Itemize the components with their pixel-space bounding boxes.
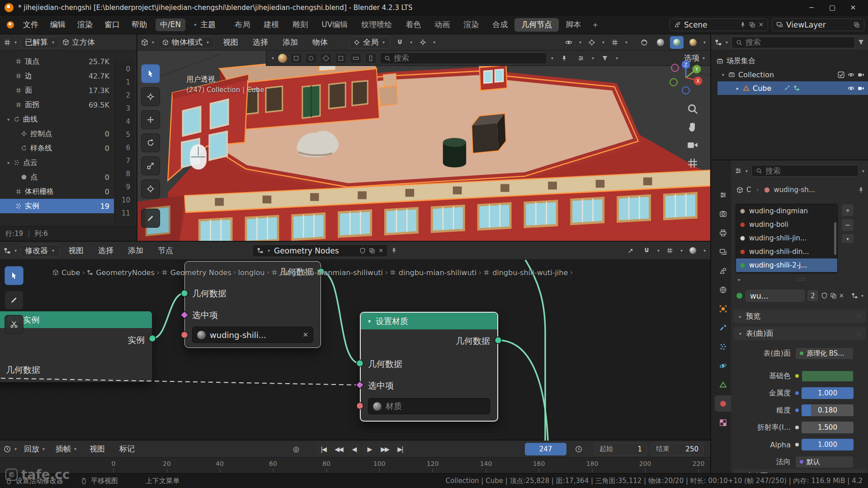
workspace-tab[interactable]: UV编辑 <box>315 18 354 32</box>
tab-output[interactable] <box>715 225 731 241</box>
spreadsheet-tree-row[interactable]: 边42.7K <box>0 69 114 83</box>
menu-item[interactable]: 帮助 <box>126 15 153 34</box>
breadcrumb-item[interactable]: dingbu-mian-shiliwuti <box>390 268 476 277</box>
panel-surface[interactable]: ▾表(曲)面∷ <box>734 327 866 340</box>
material-select-field[interactable]: wuding-shili... ✕ <box>192 327 313 343</box>
properties-editor-icon[interactable] <box>735 167 742 174</box>
properties-search-input[interactable]: 搜索 <box>751 165 859 177</box>
scale-tool-button[interactable] <box>141 156 160 175</box>
pin-icon[interactable] <box>391 247 397 254</box>
shading-material-button-active[interactable] <box>670 36 684 49</box>
keyframe-dot-icon[interactable] <box>795 426 799 429</box>
parent-tree-button[interactable]: ↗ <box>624 244 637 257</box>
preview-shading-button[interactable] <box>686 244 700 257</box>
view-layer-selector[interactable]: ViewLayer <box>772 19 864 31</box>
node-menu-item[interactable]: 选择 <box>92 242 119 259</box>
checkbox-icon[interactable] <box>838 71 844 78</box>
shading-solid-button[interactable] <box>654 36 667 49</box>
material-slot-selected[interactable]: wuding-shili-2-j... <box>736 258 837 272</box>
remove-slot-button[interactable]: − <box>841 219 854 231</box>
ortho-grid-icon[interactable] <box>687 157 698 169</box>
playback-menu[interactable]: 回放▾ <box>20 444 49 454</box>
autokey-button[interactable]: ◎ <box>293 445 299 453</box>
fake-user-shield-icon[interactable] <box>821 292 828 299</box>
hand-pan-icon[interactable] <box>687 121 698 133</box>
node-menu-item[interactable]: 添加 <box>122 242 149 259</box>
slot-specials-button[interactable]: ▾ <box>841 234 854 244</box>
material-name-field[interactable]: wu... <box>745 290 805 302</box>
scrollbar[interactable] <box>834 222 836 255</box>
breadcrumb-item[interactable]: Cube <box>52 268 80 277</box>
menu-item[interactable]: 渲染 <box>71 15 99 34</box>
spreadsheet-tree-row[interactable]: 面17.3K <box>0 83 114 98</box>
tab-render[interactable] <box>715 206 731 222</box>
next-keyframe-button[interactable]: ▶▶ <box>378 443 392 455</box>
select-mode-icon[interactable] <box>320 53 332 64</box>
cursor-tool-button[interactable] <box>141 87 160 106</box>
workspace-tab[interactable]: 纹理喷绘 <box>354 18 399 32</box>
app-menu-button[interactable] <box>4 19 17 31</box>
material-slot[interactable]: wuding-shili-din... <box>736 245 837 258</box>
timeline-menu-item[interactable]: 视图 <box>84 441 111 457</box>
keyframe-dot-icon[interactable] <box>795 443 799 446</box>
minimize-button[interactable]: ─ <box>801 4 822 12</box>
zoom-icon[interactable] <box>687 103 698 115</box>
filter-icon[interactable] <box>858 39 864 46</box>
close-button[interactable]: ✕ <box>843 4 863 12</box>
tab-world[interactable] <box>715 282 731 298</box>
breadcrumb-object[interactable]: C <box>746 186 751 194</box>
pin-icon[interactable] <box>740 22 746 28</box>
filter-button[interactable] <box>598 52 612 64</box>
copy-icon[interactable] <box>854 22 860 28</box>
copy-icon[interactable] <box>749 22 755 28</box>
tab-particles[interactable] <box>715 338 731 355</box>
normal-input-button[interactable]: 默认 <box>795 456 854 468</box>
jump-to-end-button[interactable]: ▶| <box>393 443 407 455</box>
transform-tool-button[interactable] <box>141 179 160 198</box>
spreadsheet-tree-section[interactable]: ▾点云 <box>0 155 114 170</box>
unlink-icon[interactable]: ✕ <box>378 247 383 254</box>
frame-start-field[interactable]: 起始1 <box>594 443 647 455</box>
keyframe-dot-icon[interactable] <box>795 374 799 378</box>
node-material-icon[interactable] <box>851 292 858 299</box>
select-mode-icon[interactable] <box>290 53 302 64</box>
node-menu-item[interactable]: 视图 <box>62 242 90 259</box>
collapse-caret-icon[interactable]: ▾ <box>368 318 371 324</box>
spreadsheet-tree-row[interactable]: 点0 <box>0 170 114 184</box>
node-editor-icon[interactable] <box>4 247 11 254</box>
expand-caret-icon[interactable]: ▸ <box>736 86 739 91</box>
spreadsheet-tree-row[interactable]: 面拐69.5K <box>0 98 114 112</box>
node-canvas[interactable]: 何到实例 实例 几何数据 几何数据 几何数据 选中项 wuding-shili.… <box>0 260 710 441</box>
eye-icon[interactable] <box>848 71 854 78</box>
material-slot[interactable]: wuding-boli <box>736 218 837 231</box>
spreadsheet-tree-row-selected[interactable]: 实例19 <box>0 199 114 213</box>
panel-subsurface[interactable]: ▸次表面...∷ <box>734 469 866 473</box>
keyframe-dot-icon[interactable] <box>795 408 799 412</box>
select-mode-icon[interactable] <box>350 53 362 64</box>
shading-rendered-button[interactable] <box>686 36 700 49</box>
alpha-slider[interactable]: 1.000 <box>802 439 854 450</box>
maximize-button[interactable]: ▢ <box>822 4 843 12</box>
play-button[interactable]: ▶ <box>363 443 376 455</box>
spreadsheet-tree-row[interactable]: 顶点25.7K <box>0 54 114 69</box>
spreadsheet-tree-row[interactable]: 控制点0 <box>0 127 114 141</box>
timeline-menu-item[interactable]: 标记 <box>113 441 141 457</box>
expand-caret-icon[interactable]: ▸ <box>738 277 741 282</box>
expand-caret-icon[interactable]: ▾ <box>722 72 724 77</box>
annotate-tool-button[interactable] <box>5 291 24 310</box>
prev-keyframe-button[interactable]: ◀◀ <box>332 443 345 455</box>
tab-tool[interactable] <box>715 187 731 203</box>
copy-icon[interactable] <box>830 292 837 299</box>
roughness-slider[interactable]: 0.180 <box>802 404 854 416</box>
outliner-row-collection[interactable]: ▾ Collection <box>711 68 868 81</box>
current-frame-field[interactable]: 247 <box>525 443 566 455</box>
workspace-tab[interactable]: 着色 <box>399 18 428 32</box>
spreadsheet-tree-section[interactable]: ▾曲线 <box>0 112 114 127</box>
modifier-wrench-icon[interactable] <box>784 85 790 91</box>
select-mode-icon[interactable] <box>365 53 377 64</box>
outliner-row-scene-collection[interactable]: 场景集合 <box>711 54 868 68</box>
viewport-editor-icon[interactable] <box>141 39 148 46</box>
overlays-dropdown[interactable] <box>663 244 677 257</box>
camera-icon[interactable] <box>858 85 864 92</box>
unlink-icon[interactable]: ✕ <box>302 331 308 339</box>
